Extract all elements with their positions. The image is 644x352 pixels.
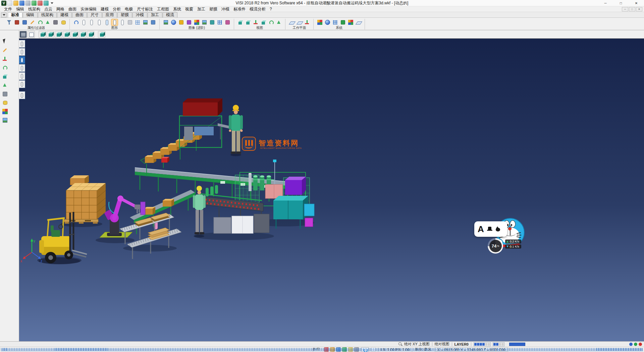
tab-application[interactable]: 应用: [102, 12, 117, 17]
menu-window[interactable]: 视窗: [183, 6, 195, 12]
active-layer-icon[interactable]: [111, 19, 118, 26]
tab-wireframe[interactable]: 线架构: [38, 12, 57, 17]
menu-surface[interactable]: 曲面: [66, 6, 78, 12]
side-tool-2[interactable]: [19, 48, 25, 56]
menu-progress[interactable]: 冲模: [219, 6, 231, 12]
menu-solid-edit[interactable]: 实体编辑: [78, 6, 99, 12]
menu-analysis[interactable]: 分析: [111, 6, 123, 12]
tab-mould[interactable]: 塑膜: [117, 12, 132, 17]
tab-progress[interactable]: 冲模: [132, 12, 147, 17]
layer-list-icon-5[interactable]: [119, 19, 125, 26]
view-cube-button-2[interactable]: [47, 31, 54, 38]
environment-icon[interactable]: [170, 19, 177, 26]
shading-icon[interactable]: [142, 19, 149, 26]
menu-modeling[interactable]: 建模: [99, 6, 111, 12]
menu-pointcloud[interactable]: 点云: [42, 6, 54, 12]
view-cube-button-7[interactable]: [87, 31, 94, 38]
system-settings-icon[interactable]: [340, 19, 346, 26]
qat-save-icon[interactable]: [19, 1, 24, 6]
bounding-box-icon[interactable]: [127, 19, 133, 26]
menu-mesh[interactable]: 网格: [54, 6, 66, 12]
view-cube-button-3[interactable]: [55, 31, 62, 38]
status-dot-red-icon[interactable]: [639, 343, 642, 346]
tab-standard[interactable]: 标准: [8, 12, 22, 17]
layer-list-icon-1[interactable]: [80, 19, 87, 26]
layer-list-icon-4[interactable]: [104, 19, 110, 26]
workplane-axes-icon[interactable]: [304, 19, 310, 26]
tab-flow[interactable]: 模流: [163, 12, 177, 17]
menu-electrode[interactable]: 电极: [123, 6, 135, 12]
tab-modeling[interactable]: 建模: [57, 12, 72, 17]
edit-tool-icon[interactable]: [2, 47, 8, 54]
render-icon[interactable]: [163, 19, 169, 26]
layer-list-icon-2[interactable]: [88, 19, 95, 26]
view-top-icon[interactable]: [245, 19, 251, 26]
qat-dropdown-icon[interactable]: [51, 2, 53, 4]
raster-icon[interactable]: [217, 19, 223, 26]
qat-redo-icon[interactable]: [38, 1, 43, 6]
system-grid-icon[interactable]: [332, 19, 338, 26]
absolute-view-label[interactable]: 绝对视图: [435, 342, 449, 347]
capture-overlay[interactable]: A 74 % 0.2 K/s: [474, 218, 533, 257]
view-cube-button-4[interactable]: [63, 31, 70, 38]
mdi-close-button[interactable]: ✕: [636, 7, 642, 11]
view-front-icon[interactable]: [260, 19, 267, 26]
viewport-3d[interactable]: y x z 智造资料网 INTEL: [19, 38, 644, 341]
filter-icon[interactable]: [6, 19, 12, 26]
snap-tool-icon[interactable]: [2, 91, 8, 97]
palette-tool-icon[interactable]: [2, 108, 8, 115]
attr-edit-icon[interactable]: [29, 19, 36, 26]
view-style-button[interactable]: [28, 31, 35, 38]
attr-color-icon[interactable]: [14, 19, 20, 26]
view-rotate-icon[interactable]: [268, 19, 274, 26]
qat-view-icon[interactable]: [44, 1, 49, 6]
capture-card[interactable]: A: [474, 221, 507, 237]
menu-file[interactable]: 文件: [2, 6, 14, 12]
regen-icon[interactable]: [73, 19, 79, 26]
minimize-button[interactable]: ─: [598, 0, 613, 6]
maximize-button[interactable]: □: [613, 0, 629, 6]
scene-svg[interactable]: y x z: [19, 39, 644, 341]
mdi-minimize-button[interactable]: ─: [622, 7, 628, 11]
view-menu-button[interactable]: [19, 31, 27, 38]
view-cube-button-1[interactable]: [39, 31, 46, 38]
layer-label[interactable]: LAYER0: [454, 342, 469, 346]
swatch-tool-icon[interactable]: [2, 117, 8, 124]
workplane-align-icon[interactable]: [296, 19, 303, 26]
side-tool-4[interactable]: [19, 64, 25, 72]
materials-icon[interactable]: [186, 19, 192, 26]
menu-wireframe[interactable]: 线架构: [26, 6, 42, 12]
qat-print-icon[interactable]: [25, 1, 31, 6]
lights-icon[interactable]: [178, 19, 184, 26]
side-tool-5[interactable]: [19, 72, 25, 80]
tab-edit[interactable]: 编辑: [23, 12, 38, 17]
view-cube-button-5[interactable]: [71, 31, 78, 38]
search-icon[interactable]: [398, 342, 402, 346]
side-tool-7[interactable]: [19, 91, 25, 99]
close-button[interactable]: ✕: [629, 0, 644, 6]
layer-segment-bar-2[interactable]: [493, 342, 504, 346]
menu-drawing[interactable]: 工程图: [155, 6, 171, 12]
grid-display-icon[interactable]: [135, 19, 141, 26]
library-tool-icon[interactable]: [2, 99, 8, 106]
menu-machining[interactable]: 加工: [195, 6, 207, 12]
system-web-icon[interactable]: [324, 19, 331, 26]
view-zoom-icon[interactable]: [276, 19, 282, 26]
attr-layer-icon[interactable]: [21, 19, 28, 26]
side-tool-3-active[interactable]: [19, 56, 25, 64]
axes-tool-icon[interactable]: [2, 56, 8, 62]
solid-tool-icon[interactable]: [2, 73, 8, 80]
measure-tool-icon[interactable]: [2, 82, 8, 89]
system-colors-icon[interactable]: [317, 19, 323, 26]
workplane-new-icon[interactable]: [288, 19, 295, 26]
menu-mould[interactable]: 塑膜: [207, 6, 219, 12]
tab-dropdown-button[interactable]: [1, 12, 7, 17]
attr-refresh-icon[interactable]: [37, 19, 43, 26]
view-axes-icon[interactable]: [253, 19, 259, 26]
tab-machining[interactable]: 加工: [148, 12, 162, 17]
view-mode-label[interactable]: 绝对 XY 上视图: [404, 342, 430, 347]
attr-database-icon[interactable]: [60, 19, 66, 26]
tab-dimension[interactable]: 尺寸: [87, 12, 102, 17]
side-tool-6[interactable]: [19, 80, 25, 88]
select-tool-icon[interactable]: [2, 38, 8, 45]
